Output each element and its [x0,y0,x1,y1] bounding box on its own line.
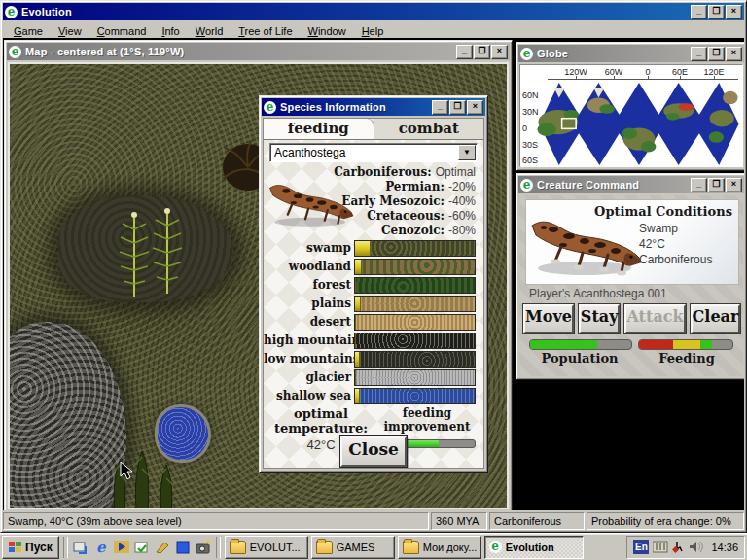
minimize-button[interactable]: _ [691,178,707,192]
terrain-bar-fill [355,260,362,274]
condition-era: Carboniferous [639,253,729,266]
show-desktop-icon[interactable] [72,539,89,556]
close-button[interactable]: × [726,178,742,192]
terrain-label: shallow sea [264,389,354,402]
species-dropdown-value: Acanthostega [274,146,345,159]
close-button[interactable]: × [726,47,742,61]
globe-titlebar[interactable]: Globe _ ❐ × [518,45,744,62]
status-mya: 360 MYA [431,512,487,530]
keyboard-language-indicator[interactable]: En [633,540,649,554]
clock: 14:36 [707,542,738,553]
era-name: Cretaceous: [367,209,445,224]
paint-app-icon[interactable] [154,539,171,556]
task-label: EVOLUT... [250,542,301,553]
pointer-utility-icon[interactable] [672,541,685,554]
menu-command[interactable]: Command [90,23,154,39]
restore-button[interactable]: ❐ [708,47,725,61]
evolution-logo-icon [520,179,533,192]
task-evolut-folder[interactable]: EVOLUT... [225,536,308,559]
menu-info[interactable]: Info [155,23,186,39]
task-my-documents[interactable]: Мои доку... [398,536,481,559]
menu-tree-of-life[interactable]: Tree of Life [231,23,299,39]
clear-button[interactable]: Clear [691,304,741,333]
menu-view[interactable]: View [52,23,89,39]
feeding-bar-red [639,340,673,349]
folder-icon [230,541,246,554]
globe-window: Globe _ ❐ × 120W 60W 0 60E 120E [516,42,744,171]
tab-feeding[interactable]: feeding [264,119,374,139]
world-map[interactable] [536,81,742,168]
terrain-bar-fill [355,333,356,348]
terrain-bar-low-mountains [354,351,476,368]
optimal-conditions-title: Optimal Conditions [594,204,732,219]
internet-explorer-icon[interactable]: e [92,539,110,556]
optimal-temperature-label: optimal temperature: [264,406,378,436]
globe-window-title: Globe [537,48,687,59]
population-bar-fill [530,340,597,349]
menu-game[interactable]: Game [7,23,50,39]
terrain-bar-fill [355,389,360,403]
condition-terrain: Swamp [639,222,729,235]
evolution-logo-icon [489,541,502,553]
close-button[interactable]: × [491,45,508,59]
restore-button[interactable]: ❐ [449,100,466,115]
start-button[interactable]: Пуск [2,536,59,559]
creature-titlebar[interactable]: Creature Command _ ❐ × [518,176,744,193]
tab-combat[interactable]: combat [374,119,484,139]
species-titlebar[interactable]: Species Information _ ❐ × [262,98,485,116]
media-player-icon[interactable] [113,539,130,556]
taskbar-divider[interactable] [63,537,68,558]
species-dropdown[interactable]: Acanthostega ▼ [269,143,478,162]
keyboard-layout-icon[interactable] [653,541,668,553]
status-era-change: Probability of era change: 0% [587,512,744,530]
taskbar-divider[interactable] [216,537,221,558]
condition-temperature: 42°C [639,237,729,251]
camera-app-icon[interactable] [195,539,212,556]
volume-icon[interactable] [689,541,703,553]
creature-command-window: Creature Command _ ❐ × [516,173,744,380]
close-button[interactable]: × [726,5,742,19]
restore-button[interactable]: ❐ [708,178,725,192]
stay-button[interactable]: Stay [579,304,621,333]
terrain-bar-woodland [354,259,476,275]
restore-button[interactable]: ❐ [708,5,725,19]
terrain-preference-list: swamp woodland forest plains desert high… [264,239,476,405]
mail-app-icon[interactable] [133,539,151,556]
minimize-button[interactable]: _ [432,100,448,115]
task-evolution-active[interactable]: Evolution [484,536,584,559]
menu-world[interactable]: World [189,23,231,39]
map-titlebar[interactable]: Map - centered at (1°S, 119°W) _ ❐ × [7,43,510,60]
globe-view[interactable]: 120W 60W 0 60E 120E 60N 30N 0 30S 60S [519,64,743,167]
species-window-title: Species Information [280,101,428,113]
blue-app-icon[interactable] [174,539,192,556]
terrain-label: high mountains [264,333,354,347]
taskbar: Пуск e EVOLUT... GAMES Мои доку... Evolu… [0,533,747,560]
terrain-label: forest [264,278,354,292]
close-button[interactable]: × [467,100,483,115]
start-label: Пуск [25,541,53,554]
task-games-folder[interactable]: GAMES [311,536,395,559]
feeding-bar [638,339,733,350]
minimize-button[interactable]: _ [691,47,707,61]
terrain-label: glacier [264,370,354,384]
move-button[interactable]: Move [523,304,574,333]
attack-button[interactable]: Attack [624,304,685,333]
main-titlebar[interactable]: Evolution _ ❐ × [3,3,744,20]
close-dialog-button[interactable]: Close [340,436,407,467]
minimize-button[interactable]: _ [456,45,473,59]
task-label: GAMES [337,542,375,553]
terrain-label: low mountains [264,352,354,366]
terrain-bar-glacier [354,369,476,386]
menu-help[interactable]: Help [355,23,391,39]
creature-name: Player's Acanthostega 001 [529,287,667,300]
minimize-button[interactable]: _ [691,5,707,19]
folder-icon [316,541,333,554]
chevron-down-icon[interactable]: ▼ [458,145,476,160]
terrain-bar-desert [354,314,476,331]
creature-portrait-panel: Optimal Conditions Swamp 42°C Carbonifer… [525,199,739,285]
species-info-body: feeding combat Acanthostega ▼ Carbonifer… [263,118,484,469]
population-label: Population [529,351,630,366]
menu-window[interactable]: Window [302,23,353,39]
restore-button[interactable]: ❐ [474,45,490,59]
era-value: Optimal [436,165,476,180]
